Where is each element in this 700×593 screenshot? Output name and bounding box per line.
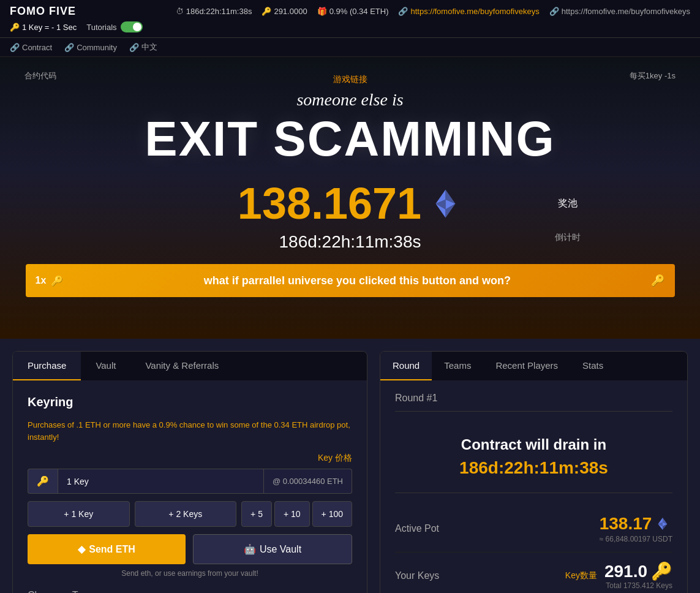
tab-purchase[interactable]: Purchase (13, 352, 81, 380)
key-equation: 🔑 1 Key = - 1 Sec (10, 23, 77, 32)
active-pot-label: Active Pot (395, 523, 439, 534)
keys-stat: 🔑 291.0000 (262, 7, 307, 16)
contract-code-label: 合约代码 (24, 70, 56, 81)
drain-title: Contract will drain in (395, 436, 672, 453)
key-icon-2: 🔑 (10, 23, 20, 32)
key-icon: 🔑 (262, 7, 271, 16)
use-vault-button[interactable]: 🤖 Use Vault (193, 534, 352, 564)
buy-link-1[interactable]: 🔗 https://fomofive.me/buyfomofivekeys (398, 7, 539, 16)
tab-vault[interactable]: Vault (81, 352, 130, 380)
eth-logo-large (429, 187, 462, 221)
clock-icon: ⏱ (176, 7, 184, 16)
toggle-knob (133, 23, 141, 31)
hero-timer: 186d:22h:11m:38s (0, 232, 700, 252)
plus-group: + 5 + 10 + 100 (241, 501, 352, 527)
hero-countdown-block: 186d:22h:11m:38s 倒计时 (0, 232, 700, 252)
round-number: Round #1 (395, 393, 672, 412)
main-content: Purchase Vault Vanity & Referrals Keyrin… (0, 339, 700, 593)
key-count-label: Key数量 (565, 570, 597, 581)
key-icon-keys: 🔑 (651, 561, 672, 581)
key-input[interactable] (58, 469, 264, 494)
send-eth-button[interactable]: ◆ Send ETH (28, 534, 186, 564)
hero-amount: 138.1671 (238, 178, 421, 229)
your-keys-count: 291.0 🔑 (604, 561, 672, 581)
chain-icon-1: 🔗 (398, 7, 408, 16)
keyring-title: Keyring (28, 395, 352, 409)
right-tabs: Round Teams Recent Players Stats (380, 352, 687, 380)
eth-icon-btn: ◆ (78, 543, 85, 555)
community-link[interactable]: 🔗 Community (64, 43, 117, 52)
your-keys-right: Key数量 291.0 🔑 Total 1735.412 Keys (565, 561, 672, 590)
key-input-icon: 🔑 (28, 469, 58, 494)
hero-section: 合约代码 每买1key -1s 游戏链接 someone else is EXI… (0, 57, 700, 339)
active-pot-value: 138.17 (600, 514, 672, 534)
your-keys-total: Total 1735.412 Keys (604, 581, 672, 590)
buy-link-2[interactable]: 🔗 https://fomofive.me/buyfomofivekeys (549, 7, 690, 16)
action-btns: ◆ Send ETH 🤖 Use Vault (28, 534, 352, 564)
game-link[interactable]: 游戏链接 (0, 74, 700, 85)
plus-2-keys-btn[interactable]: + 2 Keys (135, 501, 237, 527)
round-info: Round #1 Contract will drain in 186d:22h… (380, 380, 687, 593)
keyring-desc: Purchases of .1 ETH or more have a 0.9% … (28, 419, 352, 443)
chain-icon-4: 🔗 (64, 43, 74, 52)
header-right: 🔑 1 Key = - 1 Sec Tutorials (10, 21, 143, 32)
eth-icon-pot (655, 516, 670, 531)
plus-1-key-btn[interactable]: + 1 Key (28, 501, 130, 527)
header-stats: ⏱ 186d:22h:11m:38s 🔑 291.0000 🎁 0.9% (0.… (176, 7, 690, 16)
pool-label: 奖池 (558, 197, 578, 210)
tutorials-toggle[interactable] (121, 21, 143, 32)
chain-icon-3: 🔗 (10, 43, 20, 52)
key-input-row: 🔑 @ 0.00034460 ETH (28, 469, 352, 494)
plus-5-btn[interactable]: + 5 (241, 501, 272, 527)
key-icon-cta: 🔑 (51, 275, 63, 287)
plus-100-btn[interactable]: + 100 (312, 501, 352, 527)
formula-label: 每买1key -1s (630, 70, 676, 81)
timer-stat: ⏱ 186d:22h:11m:38s (176, 7, 252, 16)
chinese-link[interactable]: 🔗 中文 (129, 42, 157, 53)
robot-icon: 🤖 (244, 543, 256, 555)
left-panel: Purchase Vault Vanity & Referrals Keyrin… (12, 351, 367, 593)
your-keys-label: Your Keys (395, 570, 439, 581)
tutorials-control: Tutorials (86, 21, 142, 32)
tab-teams[interactable]: Teams (432, 352, 483, 380)
tab-recent-players[interactable]: Recent Players (483, 352, 570, 380)
active-pot-row: Active Pot 138.17 ≈ 66,848.0019 (395, 505, 672, 553)
send-note: Send eth, or use earnings from your vaul… (28, 569, 352, 578)
tab-vanity[interactable]: Vanity & Referrals (130, 352, 233, 380)
active-pot-usdt: ≈ 66,848.00197 USDT (600, 535, 672, 543)
hero-prize: 138.1671 奖池 (0, 178, 700, 229)
active-pot-value-block: 138.17 ≈ 66,848.00197 USDT (600, 514, 672, 543)
key-price: @ 0.00034460 ETH (264, 469, 352, 494)
airdrop-stat: 🎁 0.9% (0.34 ETH) (317, 7, 389, 16)
hero-subtitle: someone else is (0, 90, 700, 110)
drain-timer: 186d:22h:11m:38s (395, 458, 672, 478)
contract-link[interactable]: 🔗 Contract (10, 43, 52, 52)
header: FOMO FIVE ⏱ 186d:22h:11m:38s 🔑 291.0000 … (0, 0, 700, 38)
price-label: Key 价格 (28, 453, 352, 464)
your-keys-row: Your Keys Key数量 291.0 🔑 Total 1735.412 K… (395, 553, 672, 593)
contract-drain-block: Contract will drain in 186d:22h:11m:38s (395, 421, 672, 493)
plus-10-btn[interactable]: + 10 (274, 501, 310, 527)
countdown-label: 倒计时 (555, 232, 581, 243)
cta-multiplier: 1x (36, 275, 47, 286)
tab-stats[interactable]: Stats (570, 352, 615, 380)
app-logo: FOMO FIVE (10, 5, 76, 18)
right-panel: Round Teams Recent Players Stats Round #… (380, 351, 688, 593)
cta-left: 1x 🔑 (36, 275, 64, 287)
cta-text: what if parrallel universe you clicked t… (204, 274, 511, 287)
your-keys-value-block: 291.0 🔑 Total 1735.412 Keys (604, 561, 672, 590)
quick-btns: + 1 Key + 2 Keys + 5 + 10 + 100 (28, 501, 352, 527)
cta-icon-right: 🔑 (651, 274, 664, 287)
tab-round[interactable]: Round (380, 352, 432, 380)
left-tabs: Purchase Vault Vanity & Referrals (13, 352, 367, 380)
hero-title: EXIT SCAMMING (0, 112, 700, 166)
purchase-panel: Keyring Purchases of .1 ETH or more have… (13, 380, 367, 593)
chain-icon-2: 🔗 (549, 7, 559, 16)
sub-header: 🔗 Contract 🔗 Community 🔗 中文 (0, 38, 700, 57)
gift-icon: 🎁 (317, 7, 327, 16)
cta-button[interactable]: 1x 🔑 what if parrallel universe you clic… (26, 264, 675, 297)
choose-team-label: Choose a Team (28, 590, 352, 593)
chain-icon-5: 🔗 (129, 43, 139, 52)
